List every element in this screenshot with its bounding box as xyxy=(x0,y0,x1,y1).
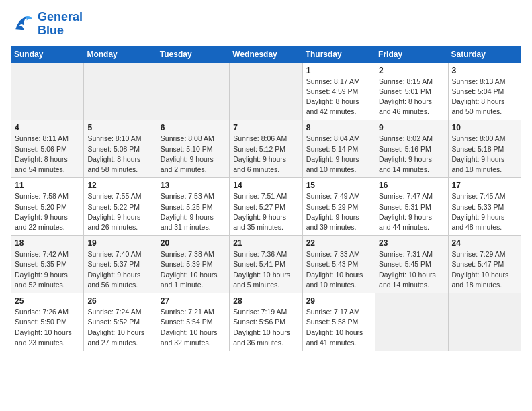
calendar-cell: 4Sunrise: 8:11 AMSunset: 5:06 PMDaylight… xyxy=(11,120,84,178)
day-number: 16 xyxy=(379,181,444,190)
calendar-cell: 19Sunrise: 7:40 AMSunset: 5:37 PMDayligh… xyxy=(84,236,157,293)
day-info: Sunrise: 7:38 AMSunset: 5:39 PMDaylight:… xyxy=(161,249,226,290)
calendar-cell: 25Sunrise: 7:26 AMSunset: 5:50 PMDayligh… xyxy=(11,293,84,351)
day-of-week-header: Tuesday xyxy=(157,46,229,62)
calendar-cell: 29Sunrise: 7:17 AMSunset: 5:58 PMDayligh… xyxy=(302,293,375,351)
day-number: 14 xyxy=(233,181,298,190)
day-info: Sunrise: 7:19 AMSunset: 5:56 PMDaylight:… xyxy=(233,307,298,348)
day-info: Sunrise: 8:06 AMSunset: 5:12 PMDaylight:… xyxy=(233,134,298,175)
calendar-cell: 11Sunrise: 7:58 AMSunset: 5:20 PMDayligh… xyxy=(11,178,84,236)
calendar-cell: 15Sunrise: 7:49 AMSunset: 5:29 PMDayligh… xyxy=(302,178,375,236)
day-number: 12 xyxy=(87,181,152,190)
day-number: 7 xyxy=(233,123,298,132)
day-number: 29 xyxy=(306,296,371,306)
day-number: 4 xyxy=(15,123,80,132)
calendar-cell xyxy=(157,62,229,120)
day-of-week-header: Friday xyxy=(375,46,448,62)
calendar-cell xyxy=(375,293,448,351)
day-number: 15 xyxy=(306,181,371,190)
day-info: Sunrise: 7:17 AMSunset: 5:58 PMDaylight:… xyxy=(306,307,371,348)
day-of-week-header: Wednesday xyxy=(230,46,302,62)
day-number: 28 xyxy=(233,296,298,306)
day-info: Sunrise: 7:49 AMSunset: 5:29 PMDaylight:… xyxy=(306,191,371,232)
day-number: 8 xyxy=(306,123,371,132)
day-number: 2 xyxy=(379,66,444,75)
day-number: 17 xyxy=(452,181,517,190)
calendar-cell: 9Sunrise: 8:02 AMSunset: 5:16 PMDaylight… xyxy=(375,120,448,178)
day-info: Sunrise: 8:02 AMSunset: 5:16 PMDaylight:… xyxy=(379,134,444,175)
day-info: Sunrise: 8:10 AMSunset: 5:08 PMDaylight:… xyxy=(87,134,152,175)
calendar-cell xyxy=(448,293,521,351)
day-number: 24 xyxy=(452,238,517,248)
calendar-cell: 8Sunrise: 8:04 AMSunset: 5:14 PMDaylight… xyxy=(302,120,375,178)
calendar-cell: 28Sunrise: 7:19 AMSunset: 5:56 PMDayligh… xyxy=(230,293,302,351)
calendar-cell: 16Sunrise: 7:47 AMSunset: 5:31 PMDayligh… xyxy=(375,178,448,236)
calendar-cell xyxy=(11,62,84,120)
day-info: Sunrise: 8:17 AMSunset: 4:59 PMDaylight:… xyxy=(306,77,371,118)
day-number: 9 xyxy=(379,123,444,132)
calendar-cell: 7Sunrise: 8:06 AMSunset: 5:12 PMDaylight… xyxy=(230,120,302,178)
day-number: 6 xyxy=(161,123,226,132)
day-info: Sunrise: 7:21 AMSunset: 5:54 PMDaylight:… xyxy=(161,307,226,348)
page-header: General Blue xyxy=(11,11,521,38)
calendar-cell: 20Sunrise: 7:38 AMSunset: 5:39 PMDayligh… xyxy=(157,236,229,293)
day-info: Sunrise: 7:33 AMSunset: 5:43 PMDaylight:… xyxy=(306,249,371,290)
day-info: Sunrise: 8:00 AMSunset: 5:18 PMDaylight:… xyxy=(452,134,517,175)
day-number: 22 xyxy=(306,238,371,248)
calendar-cell: 24Sunrise: 7:29 AMSunset: 5:47 PMDayligh… xyxy=(448,236,521,293)
calendar-cell: 10Sunrise: 8:00 AMSunset: 5:18 PMDayligh… xyxy=(448,120,521,178)
day-number: 18 xyxy=(15,238,80,248)
calendar-cell xyxy=(84,62,157,120)
day-info: Sunrise: 7:55 AMSunset: 5:22 PMDaylight:… xyxy=(87,191,152,232)
day-number: 1 xyxy=(306,66,371,75)
day-of-week-header: Sunday xyxy=(11,46,84,62)
calendar-cell: 6Sunrise: 8:08 AMSunset: 5:10 PMDaylight… xyxy=(157,120,229,178)
day-of-week-header: Thursday xyxy=(302,46,375,62)
day-info: Sunrise: 7:53 AMSunset: 5:25 PMDaylight:… xyxy=(161,191,226,232)
day-number: 20 xyxy=(161,238,226,248)
day-info: Sunrise: 7:31 AMSunset: 5:45 PMDaylight:… xyxy=(379,249,444,290)
calendar-cell: 26Sunrise: 7:24 AMSunset: 5:52 PMDayligh… xyxy=(84,293,157,351)
day-info: Sunrise: 8:11 AMSunset: 5:06 PMDaylight:… xyxy=(15,134,80,175)
calendar-cell: 5Sunrise: 8:10 AMSunset: 5:08 PMDaylight… xyxy=(84,120,157,178)
day-of-week-header: Monday xyxy=(84,46,157,62)
logo-icon xyxy=(11,12,35,36)
day-number: 21 xyxy=(233,238,298,248)
day-info: Sunrise: 8:15 AMSunset: 5:01 PMDaylight:… xyxy=(379,77,444,118)
calendar-cell: 18Sunrise: 7:42 AMSunset: 5:35 PMDayligh… xyxy=(11,236,84,293)
day-number: 5 xyxy=(87,123,152,132)
calendar-cell: 27Sunrise: 7:21 AMSunset: 5:54 PMDayligh… xyxy=(157,293,229,351)
logo: General Blue xyxy=(11,11,83,38)
day-info: Sunrise: 8:04 AMSunset: 5:14 PMDaylight:… xyxy=(306,134,371,175)
calendar-cell: 2Sunrise: 8:15 AMSunset: 5:01 PMDaylight… xyxy=(375,62,448,120)
day-number: 27 xyxy=(161,296,226,306)
day-number: 25 xyxy=(15,296,80,306)
day-info: Sunrise: 7:45 AMSunset: 5:33 PMDaylight:… xyxy=(452,191,517,232)
day-info: Sunrise: 7:29 AMSunset: 5:47 PMDaylight:… xyxy=(452,249,517,290)
logo-text: General Blue xyxy=(38,11,83,38)
day-info: Sunrise: 7:36 AMSunset: 5:41 PMDaylight:… xyxy=(233,249,298,290)
day-info: Sunrise: 7:40 AMSunset: 5:37 PMDaylight:… xyxy=(87,249,152,290)
calendar-cell: 3Sunrise: 8:13 AMSunset: 5:04 PMDaylight… xyxy=(448,62,521,120)
day-number: 10 xyxy=(452,123,517,132)
calendar-cell: 22Sunrise: 7:33 AMSunset: 5:43 PMDayligh… xyxy=(302,236,375,293)
day-info: Sunrise: 7:26 AMSunset: 5:50 PMDaylight:… xyxy=(15,307,80,348)
day-number: 11 xyxy=(15,181,80,190)
calendar-cell: 23Sunrise: 7:31 AMSunset: 5:45 PMDayligh… xyxy=(375,236,448,293)
calendar-cell: 1Sunrise: 8:17 AMSunset: 4:59 PMDaylight… xyxy=(302,62,375,120)
day-number: 26 xyxy=(87,296,152,306)
day-info: Sunrise: 7:58 AMSunset: 5:20 PMDaylight:… xyxy=(15,191,80,232)
day-info: Sunrise: 7:42 AMSunset: 5:35 PMDaylight:… xyxy=(15,249,80,290)
calendar-cell: 21Sunrise: 7:36 AMSunset: 5:41 PMDayligh… xyxy=(230,236,302,293)
day-number: 19 xyxy=(87,238,152,248)
calendar-cell: 14Sunrise: 7:51 AMSunset: 5:27 PMDayligh… xyxy=(230,178,302,236)
day-number: 3 xyxy=(452,66,517,75)
calendar-cell: 12Sunrise: 7:55 AMSunset: 5:22 PMDayligh… xyxy=(84,178,157,236)
day-info: Sunrise: 8:13 AMSunset: 5:04 PMDaylight:… xyxy=(452,77,517,118)
day-info: Sunrise: 7:47 AMSunset: 5:31 PMDaylight:… xyxy=(379,191,444,232)
calendar-table: SundayMondayTuesdayWednesdayThursdayFrid… xyxy=(11,46,521,351)
day-info: Sunrise: 7:24 AMSunset: 5:52 PMDaylight:… xyxy=(87,307,152,348)
day-number: 13 xyxy=(161,181,226,190)
calendar-cell: 13Sunrise: 7:53 AMSunset: 5:25 PMDayligh… xyxy=(157,178,229,236)
day-of-week-header: Saturday xyxy=(448,46,521,62)
